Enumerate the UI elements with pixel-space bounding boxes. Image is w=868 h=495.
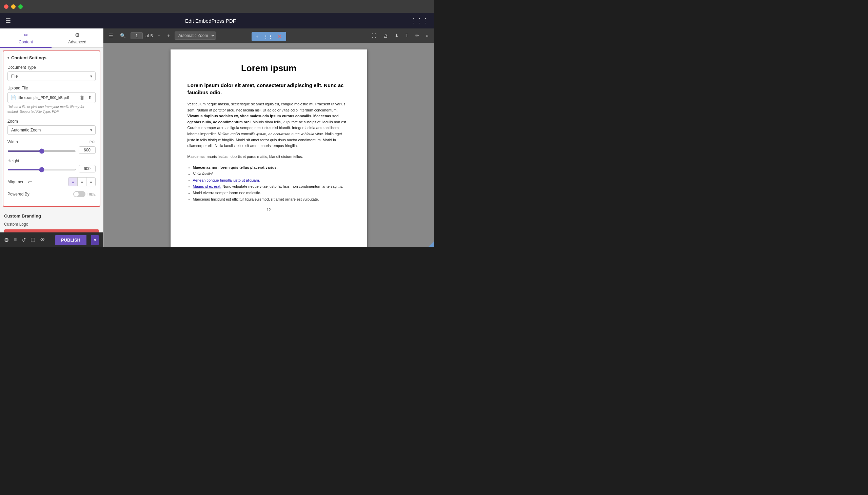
pdf-zoom-in-button[interactable]: + (165, 32, 172, 40)
align-center-button[interactable]: ≡ (78, 177, 87, 186)
pdf-area: + ⋮⋮ ✕ ☰ 🔍 of 5 − + Automatic Zoom 50% 7… (103, 29, 434, 248)
pdf-page-total: of 5 (146, 33, 153, 38)
pdf-draw-button[interactable]: ✏ (413, 32, 421, 40)
traffic-light-yellow[interactable] (11, 4, 16, 9)
tab-advanced[interactable]: ⚙ Advanced (52, 29, 103, 48)
document-type-field: Document Type File URL (7, 65, 96, 81)
traffic-light-red[interactable] (4, 4, 9, 9)
powered-by-toggle[interactable]: HIDE (73, 191, 96, 197)
pdf-float-toolbar: + ⋮⋮ ✕ (251, 32, 286, 41)
file-upload-row: 📄 file-example_PDF_500_kB.pdf 🗑 ⬆ (7, 92, 96, 103)
grid-icon[interactable]: ⋮⋮⋮ (410, 17, 429, 24)
upload-file-button[interactable]: ⬆ (87, 94, 93, 101)
alignment-display-icon: ▭ (28, 179, 33, 185)
main-area: ✏ Content ⚙ Advanced ▾ Content Settings (0, 29, 434, 248)
traffic-light-green[interactable] (18, 4, 23, 9)
tab-content-label: Content (19, 40, 33, 45)
height-slider-row (7, 165, 96, 172)
upload-hint: Upload a file or pick one from your medi… (7, 105, 96, 114)
toggle-thumb (74, 192, 79, 197)
powered-by-field: Powered By HIDE (7, 191, 96, 197)
settings-icon[interactable]: ⚙ (4, 237, 9, 243)
list-item: Nulla facilisi. (193, 171, 350, 177)
pdf-page-input[interactable] (131, 32, 143, 39)
top-bar: ☰ Edit EmbedPress PDF ⋮⋮⋮ (0, 13, 434, 29)
pdf-more-button[interactable]: » (424, 32, 431, 40)
tab-content[interactable]: ✏ Content (0, 29, 52, 48)
pdf-close-button[interactable]: ✕ (276, 33, 283, 40)
sidebar-content: ▾ Content Settings Document Type File UR… (0, 48, 103, 233)
title-bar (0, 0, 434, 13)
logo-upload-area[interactable]: + (4, 229, 99, 233)
pdf-add-button[interactable]: + (254, 33, 260, 40)
pdf-content: Lorem ipsum Lorem ipsum dolor sit amet, … (103, 43, 434, 248)
pdf-zoom-out-button[interactable]: − (156, 32, 163, 40)
upload-file-field: Upload File 📄 file-example_PDF_500_kB.pd… (7, 86, 96, 114)
pdf-sidebar-toggle[interactable]: ☰ (107, 32, 115, 40)
zoom-select[interactable]: Automatic Zoom 50% 75% 100% 125% 150% (7, 125, 96, 135)
corner-indicator (428, 241, 434, 248)
advanced-tab-icon: ⚙ (75, 32, 80, 38)
list-item: Aenean congue fringilla justo ut aliquam… (193, 177, 350, 184)
chevron-down-icon: ▾ (7, 56, 9, 59)
pdf-text-button[interactable]: T (403, 32, 411, 40)
align-left-button[interactable]: ≡ (68, 177, 78, 186)
toggle-track[interactable] (73, 191, 85, 197)
list-item: Morbi viverra semper lorem nec molestie. (193, 190, 350, 196)
responsive-icon[interactable]: ☐ (31, 237, 35, 243)
pdf-link-2[interactable]: Mauris id ex erat. (193, 184, 221, 188)
pdf-present-button[interactable]: ⛶ (370, 32, 379, 40)
content-settings-section: ▾ Content Settings Document Type File UR… (3, 50, 100, 207)
list-item: Mauris id ex erat. Nunc vulputate neque … (193, 183, 350, 190)
align-right-button[interactable]: ≡ (86, 177, 95, 186)
document-type-select[interactable]: File URL (7, 71, 96, 81)
pdf-body-1: Vestibulum neque massa, scelerisque sit … (187, 101, 350, 149)
height-input[interactable] (79, 165, 96, 172)
delete-file-button[interactable]: 🗑 (79, 94, 85, 101)
height-label: Height (7, 158, 96, 163)
alignment-field: Alignment ▭ ≡ ≡ ≡ (7, 177, 96, 186)
toggle-label: HIDE (87, 192, 96, 196)
width-slider[interactable] (7, 150, 76, 152)
width-input[interactable] (79, 147, 96, 154)
section-header[interactable]: ▾ Content Settings (7, 55, 96, 60)
pdf-page-number: 12 (187, 208, 350, 212)
file-icon: 📄 (11, 95, 16, 100)
pdf-bullet-list: Maecenas non lorem quis tellus placerat … (193, 164, 350, 202)
bottom-bar: ⚙ ≡ ↺ ☐ 👁 PUBLISH ▾ (0, 233, 103, 248)
history-icon[interactable]: ↺ (21, 237, 26, 243)
zoom-label: Zoom (7, 119, 96, 124)
height-slider[interactable] (7, 169, 76, 170)
powered-by-row: Powered By HIDE (7, 191, 96, 197)
file-name: file-example_PDF_500_kB.pdf (18, 96, 77, 100)
pdf-search-button[interactable]: 🔍 (118, 32, 128, 40)
height-slider-container (7, 166, 76, 172)
zoom-select-wrapper: Automatic Zoom 50% 75% 100% 125% 150% (7, 125, 96, 135)
pdf-zoom-select[interactable]: Automatic Zoom 50% 75% 100% 125% 150% (174, 32, 216, 40)
alignment-buttons: ≡ ≡ ≡ (68, 177, 96, 186)
pdf-body-2: Maecenas mauris lectus, lobortis et puru… (187, 154, 350, 160)
app-shell: ☰ Edit EmbedPress PDF ⋮⋮⋮ ✏ Content ⚙ Ad… (0, 13, 434, 248)
hamburger-icon[interactable]: ☰ (5, 17, 11, 24)
section-title: Content Settings (11, 55, 47, 60)
list-item: Maecenas tincidunt est efficitur ligula … (193, 196, 350, 203)
pdf-drag-button[interactable]: ⋮⋮ (262, 33, 274, 40)
pdf-download-button[interactable]: ⬇ (393, 32, 401, 40)
layers-icon[interactable]: ≡ (14, 237, 17, 243)
pdf-link[interactable]: Aenean congue fringilla justo ut aliquam… (193, 178, 260, 182)
width-label: Width (7, 140, 18, 144)
tab-advanced-label: Advanced (68, 40, 86, 45)
publish-dropdown-button[interactable]: ▾ (91, 235, 99, 245)
document-type-select-wrapper: File URL (7, 71, 96, 81)
page-title: Edit EmbedPress PDF (15, 18, 406, 24)
custom-branding-section: Custom Branding Custom Logo + (0, 209, 103, 233)
publish-button[interactable]: PUBLISH (55, 235, 86, 245)
preview-icon[interactable]: 👁 (40, 237, 46, 243)
width-slider-container (7, 147, 76, 153)
pdf-print-button[interactable]: 🖨 (381, 32, 390, 40)
pdf-page-subtitle: Lorem ipsum dolor sit amet, consectetur … (187, 82, 350, 96)
branding-title: Custom Branding (4, 214, 99, 219)
width-field: Width PX↕ (7, 140, 96, 154)
sidebar: ✏ Content ⚙ Advanced ▾ Content Settings (0, 29, 103, 248)
list-item: Maecenas non lorem quis tellus placerat … (193, 164, 350, 171)
